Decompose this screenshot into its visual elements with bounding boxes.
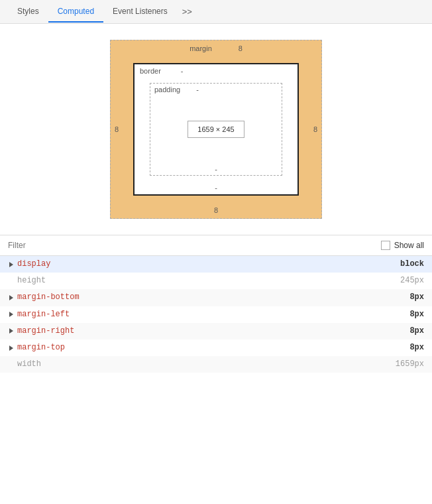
prop-row-margin-right: margin-right8px	[0, 323, 432, 340]
margin-top-label: margin 8	[189, 44, 243, 52]
margin-left-label: 8	[115, 125, 119, 133]
prop-toggle-margin-right[interactable]	[8, 328, 15, 334]
prop-name-margin-top: margin-top	[17, 342, 409, 354]
tab-computed[interactable]: Computed	[48, 1, 103, 23]
show-all-checkbox[interactable]	[381, 241, 390, 250]
prop-toggle-margin-left[interactable]	[8, 311, 15, 318]
prop-value-margin-right: 8px	[409, 325, 424, 338]
prop-toggle-arrow-margin-right	[9, 328, 13, 334]
prop-name-margin-bottom: margin-bottom	[17, 291, 409, 304]
padding-box: padding - - 1659 × 245	[150, 83, 282, 176]
prop-value-width: 1659px	[396, 358, 424, 371]
prop-name-width: width	[17, 358, 396, 371]
filter-input[interactable]	[8, 241, 381, 250]
content-box: 1659 × 245	[188, 121, 244, 138]
prop-value-height: 245px	[400, 275, 424, 287]
prop-name-margin-left: margin-left	[17, 308, 409, 321]
prop-name-height: height	[17, 275, 400, 287]
prop-toggle-height	[8, 278, 15, 284]
prop-toggle-width	[8, 361, 15, 368]
prop-toggle-arrow-display	[9, 262, 13, 267]
prop-toggle-margin-top[interactable]	[8, 345, 15, 351]
prop-row-height: height245px	[0, 273, 432, 289]
box-diagram: margin 8 8 8 8 border - - padding -	[110, 40, 322, 219]
prop-row-width: width1659px	[0, 356, 432, 373]
prop-toggle-arrow-margin-top	[9, 346, 13, 351]
filter-bar: Show all	[0, 235, 432, 256]
prop-row-margin-left: margin-left8px	[0, 306, 432, 323]
show-all-container[interactable]: Show all	[381, 241, 424, 250]
border-bottom-label: -	[215, 184, 217, 192]
prop-row-margin-top: margin-top8px	[0, 340, 432, 356]
prop-value-margin-bottom: 8px	[409, 291, 424, 304]
prop-row-display: displayblock	[0, 256, 432, 273]
prop-value-margin-top: 8px	[409, 342, 424, 354]
prop-value-margin-left: 8px	[409, 308, 424, 321]
margin-bottom-label: 8	[214, 206, 218, 214]
padding-bottom-label: -	[215, 165, 217, 173]
show-all-label: Show all	[394, 241, 424, 250]
padding-top-label: padding -	[154, 86, 199, 94]
prop-toggle-arrow-margin-left	[9, 312, 13, 317]
prop-row-margin-bottom: margin-bottom8px	[0, 289, 432, 306]
box-model-diagram: margin 8 8 8 8 border - - padding -	[0, 24, 432, 235]
prop-toggle-arrow-margin-bottom	[9, 295, 13, 300]
tab-more[interactable]: >>	[177, 1, 197, 22]
tab-event-listeners[interactable]: Event Listeners	[103, 1, 177, 23]
prop-toggle-display[interactable]	[8, 261, 15, 268]
tab-bar: Styles Computed Event Listeners >>	[0, 0, 432, 24]
tab-styles[interactable]: Styles	[8, 1, 48, 23]
margin-box: margin 8 8 8 8 border - - padding -	[110, 40, 322, 219]
properties-list: displayblockheight245pxmargin-bottom8pxm…	[0, 256, 432, 373]
prop-toggle-margin-bottom[interactable]	[8, 294, 15, 301]
border-top-label: border -	[140, 67, 183, 75]
prop-name-margin-right: margin-right	[17, 325, 409, 338]
prop-value-display: block	[400, 258, 424, 271]
prop-name-display: display	[17, 258, 400, 271]
margin-right-label: 8	[313, 125, 317, 133]
border-box: border - - padding - - 1659 × 245	[133, 63, 299, 196]
